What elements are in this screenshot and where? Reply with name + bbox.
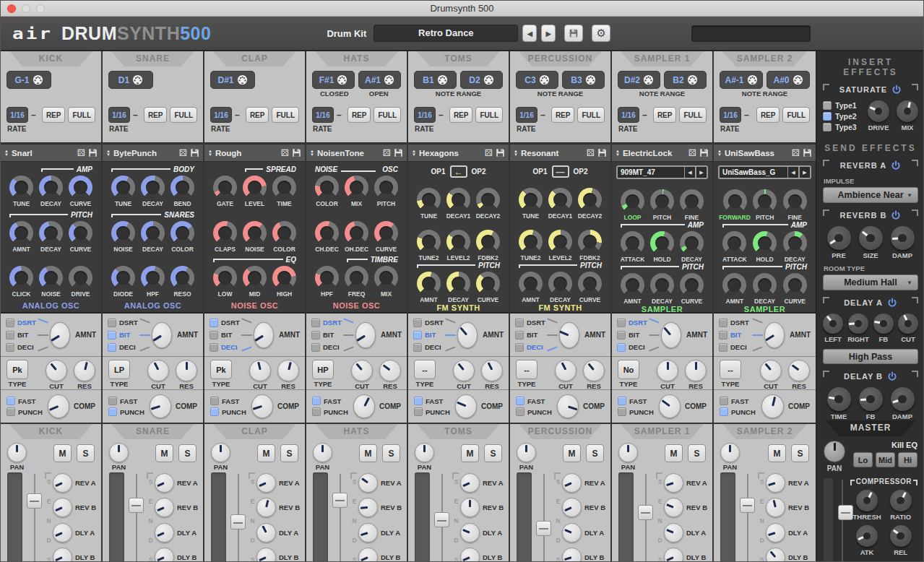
mute-button[interactable]: M (155, 444, 173, 462)
engine-knob[interactable] (578, 188, 602, 212)
rate-value-button[interactable]: 1/16 (108, 107, 130, 123)
crush-amount-knob[interactable] (457, 322, 478, 348)
send-rev-a-knob[interactable] (53, 473, 72, 493)
minimize-button[interactable] (22, 4, 30, 13)
deci-checkbox[interactable] (719, 343, 727, 352)
filter-resonance-knob[interactable] (277, 360, 299, 381)
repeat-button[interactable]: REP (144, 107, 168, 123)
rate-value-button[interactable]: 1/16 (516, 107, 537, 123)
note-button[interactable]: F#1 (312, 71, 355, 89)
bit-checkbox[interactable] (719, 331, 727, 340)
engine-knob[interactable] (680, 231, 704, 255)
delay-b-fb-knob[interactable] (859, 387, 883, 411)
preset-spinner[interactable]: ▲▼ (310, 150, 314, 157)
send-dly-a-knob[interactable] (358, 523, 378, 542)
engine-knob[interactable] (723, 189, 747, 213)
power-icon[interactable] (891, 85, 902, 95)
rate-value-button[interactable]: 1/16 (720, 107, 741, 123)
delay-a-cut-knob[interactable] (898, 314, 918, 334)
impulse-dropdown[interactable]: Ambience Near ▼ (823, 187, 918, 203)
filter-resonance-knob[interactable] (481, 360, 503, 381)
engine-knob[interactable] (111, 176, 135, 199)
filter-cutoff-knob[interactable] (147, 360, 169, 381)
send-dly-a-knob[interactable] (460, 523, 480, 542)
fast-checkbox[interactable] (516, 397, 524, 405)
preset-name[interactable]: Snarl (12, 149, 74, 157)
volume-fader[interactable] (128, 472, 145, 562)
send-dly-a-knob[interactable] (256, 523, 276, 542)
drum-kit-selector[interactable]: Retro Dance (374, 25, 518, 42)
fast-checkbox[interactable] (618, 397, 626, 405)
send-rev-b-knob[interactable] (664, 498, 683, 517)
volume-fader[interactable] (535, 472, 553, 562)
preset-name[interactable]: BytePunch (113, 149, 176, 157)
preset-save-icon[interactable] (394, 148, 403, 157)
engine-knob[interactable] (650, 231, 674, 255)
engine-knob[interactable] (345, 266, 368, 290)
pan-knob[interactable] (109, 443, 129, 462)
dsrt-checkbox[interactable] (719, 319, 727, 327)
send-rev-b-knob[interactable] (562, 498, 582, 517)
mute-button[interactable]: M (53, 444, 72, 462)
engine-knob[interactable] (39, 176, 63, 199)
room-type-dropdown[interactable]: Medium Hall ▼ (823, 274, 918, 290)
filter-type-button[interactable]: LP (108, 360, 130, 379)
note-button[interactable]: D2 (460, 71, 503, 89)
preset-spinner[interactable]: ▲▼ (208, 150, 212, 157)
full-button[interactable]: FULL (272, 107, 299, 123)
engine-knob[interactable] (650, 189, 674, 213)
engine-knob[interactable] (345, 176, 368, 199)
preset-spinner[interactable]: ▲▼ (4, 150, 9, 157)
volume-fader[interactable] (433, 472, 451, 562)
filter-cutoff-knob[interactable] (760, 360, 782, 381)
master-pan-knob[interactable] (824, 441, 845, 462)
randomize-dice-icon[interactable]: ⚄ (587, 148, 595, 157)
punch-checkbox[interactable] (720, 407, 728, 416)
note-button[interactable]: A#0 (767, 71, 810, 89)
kill-eq-hi-button[interactable]: Hi (898, 452, 917, 467)
engine-knob[interactable] (446, 272, 470, 295)
randomize-dice-icon[interactable]: ⚄ (77, 148, 85, 157)
engine-knob[interactable] (111, 266, 135, 290)
preset-spinner[interactable]: ▲▼ (106, 150, 111, 157)
settings-gear-button[interactable]: ⚙ (592, 25, 610, 42)
filter-resonance-knob[interactable] (685, 360, 707, 381)
repeat-button[interactable]: REP (653, 107, 677, 123)
filter-type-button[interactable]: -- (516, 360, 537, 379)
randomize-dice-icon[interactable]: ⚄ (179, 148, 187, 157)
power-icon[interactable] (891, 160, 901, 170)
send-dly-b-knob[interactable] (460, 548, 480, 562)
fader-handle[interactable] (332, 493, 347, 508)
filter-type-button[interactable]: Pk (7, 360, 28, 379)
send-rev-b-knob[interactable] (460, 498, 480, 517)
preset-save-icon[interactable] (88, 148, 98, 157)
punch-checkbox[interactable] (7, 407, 15, 416)
engine-knob[interactable] (578, 272, 602, 295)
rel-knob[interactable] (890, 525, 912, 547)
filter-type-button[interactable]: -- (414, 360, 436, 379)
engine-knob[interactable] (272, 176, 296, 199)
sample-name[interactable]: UniSawBass_G (718, 165, 788, 179)
kit-next-button[interactable]: ▶ (541, 25, 556, 42)
deci-checkbox[interactable] (6, 343, 14, 352)
engine-knob[interactable] (519, 188, 543, 212)
send-rev-a-knob[interactable] (664, 473, 683, 493)
solo-button[interactable]: S (688, 444, 706, 462)
deci-checkbox[interactable] (108, 343, 116, 352)
send-rev-a-knob[interactable] (766, 473, 785, 493)
preset-save-icon[interactable] (597, 148, 607, 157)
engine-knob[interactable] (519, 230, 543, 254)
send-dly-b-knob[interactable] (256, 548, 276, 562)
mute-button[interactable]: M (359, 444, 377, 462)
send-dly-b-knob[interactable] (664, 548, 683, 562)
sample-prev-button[interactable]: ◀ (685, 165, 696, 179)
power-icon[interactable] (887, 371, 897, 381)
sample-name[interactable]: 909MT_47 (616, 165, 685, 179)
engine-knob[interactable] (722, 273, 746, 297)
engine-knob[interactable] (243, 266, 267, 290)
note-button[interactable]: D#1 (210, 71, 255, 89)
reverb-b-pre-knob[interactable] (827, 226, 851, 250)
send-rev-a-knob[interactable] (358, 473, 378, 493)
op-routing-button[interactable]: — (552, 165, 569, 178)
note-button[interactable]: A#1 (358, 71, 401, 89)
